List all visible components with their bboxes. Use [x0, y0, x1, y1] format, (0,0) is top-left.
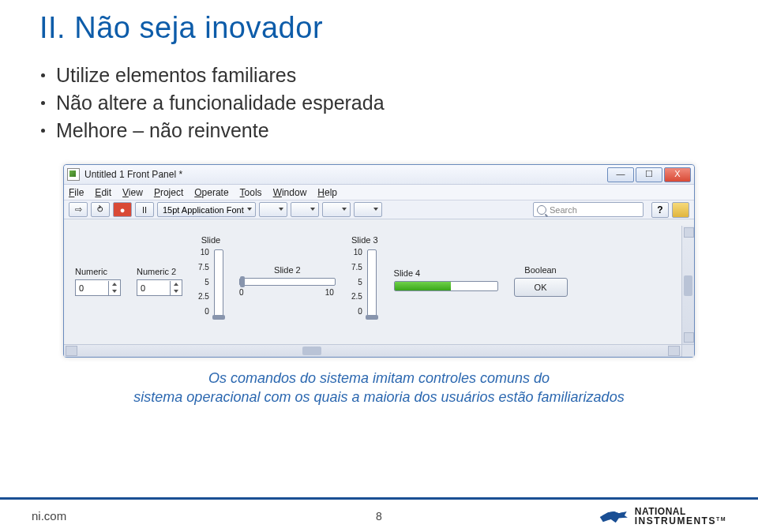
pause-button[interactable]: II [135, 202, 154, 217]
bullet-text: Melhore – não reinvente [56, 119, 269, 142]
abort-button[interactable]: ● [113, 202, 132, 217]
control-label: Slide [201, 235, 220, 245]
tick-label: 0 [198, 307, 209, 316]
align-dropdown[interactable] [259, 202, 287, 217]
slider-knob[interactable] [240, 276, 245, 287]
menubar: File Edit View Project Operate Tools Win… [64, 185, 694, 200]
bullet-text: Não altere a funcionalidade esperada [56, 92, 385, 114]
control-label: Numeric 2 [137, 267, 176, 276]
numeric-input[interactable]: 0 [75, 279, 121, 296]
menu-project[interactable]: Project [154, 187, 183, 198]
tick-label: 5 [351, 278, 362, 287]
vertical-slider[interactable]: 10 7.5 5 2.5 0 [198, 248, 223, 319]
app-icon [67, 168, 80, 181]
menu-window[interactable]: Window [273, 187, 307, 198]
vertical-scrollbar[interactable] [681, 226, 694, 344]
bullet-item: Melhore – não reinvente [41, 119, 719, 142]
bullet-list: Utilize elementos familiares Não altere … [41, 64, 719, 142]
tick-label: 0 [351, 307, 362, 316]
control-label: Slide 4 [394, 268, 421, 278]
caption-line2: sistema operacional com os quais a maior… [133, 389, 624, 405]
search-icon [537, 205, 546, 215]
numeric-value: 0 [137, 283, 170, 293]
control-label: Slide 2 [274, 265, 301, 275]
caption: Os comandos do sistema imitam controles … [39, 369, 719, 407]
menu-file[interactable]: File [69, 187, 84, 198]
scroll-thumb[interactable] [302, 347, 321, 355]
tick-label: 2.5 [198, 292, 209, 301]
bullet-item: Utilize elementos familiares [41, 64, 719, 87]
bullet-item: Não altere a funcionalidade esperada [41, 92, 719, 114]
tick-label: 7.5 [351, 263, 362, 272]
numeric-value: 0 [76, 283, 108, 293]
bullet-dot-icon [41, 73, 45, 77]
control-label: Boolean [524, 265, 556, 275]
reorder-dropdown[interactable] [354, 202, 382, 217]
boolean-control: Boolean OK [514, 265, 568, 297]
resize-dropdown[interactable] [322, 202, 351, 217]
menu-edit[interactable]: Edit [95, 187, 111, 198]
eagle-icon [597, 505, 629, 527]
tick-label: 5 [198, 278, 209, 287]
toolbar: ⇨ ⥁ ● II 15pt Application Font Search ? [64, 200, 694, 219]
labview-window: Untitled 1 Front Panel * — ☐ X File Edit… [63, 164, 695, 358]
menu-tools[interactable]: Tools [240, 187, 262, 198]
help-button[interactable]: ? [651, 202, 669, 218]
control-label: Numeric [75, 267, 107, 276]
window-title: Untitled 1 Front Panel * [84, 169, 607, 180]
scroll-thumb[interactable] [684, 275, 692, 296]
menu-operate[interactable]: Operate [194, 187, 228, 198]
run-continuous-button[interactable]: ⥁ [91, 202, 110, 217]
scroll-left-button[interactable] [66, 346, 77, 356]
control-label: Slide 3 [351, 235, 378, 245]
numeric-spinner[interactable] [170, 281, 182, 295]
horizontal-slider[interactable] [239, 278, 336, 286]
logo-text-bottom: INSTRUMENTS [635, 515, 716, 526]
slide4-control: Slide 4 [394, 268, 498, 291]
icon-editor-button[interactable] [672, 202, 689, 218]
bullet-text: Utilize elementos familiares [56, 64, 296, 87]
slider-knob[interactable] [212, 315, 225, 320]
run-button[interactable]: ⇨ [69, 202, 88, 217]
menu-help[interactable]: Help [317, 187, 337, 198]
tm-mark: TM [716, 516, 726, 522]
numeric-control: Numeric 2 0 [137, 267, 182, 296]
slide-footer: ni.com 8 NATIONAL INSTRUMENTSTM [0, 497, 758, 532]
progress-fill [395, 282, 452, 290]
bullet-dot-icon [41, 129, 45, 133]
ni-logo: NATIONAL INSTRUMENTSTM [597, 505, 726, 527]
bullet-dot-icon [41, 101, 45, 105]
close-button[interactable]: X [664, 167, 691, 182]
numeric-control: Numeric 0 [75, 267, 121, 296]
page-title: II. Não seja inovador [39, 11, 719, 45]
slider-knob[interactable] [366, 315, 378, 320]
titlebar[interactable]: Untitled 1 Front Panel * — ☐ X [64, 165, 694, 185]
horizontal-scrollbar[interactable] [64, 344, 694, 357]
scroll-down-button[interactable] [684, 332, 694, 343]
footer-nicom: ni.com [32, 509, 66, 523]
search-placeholder: Search [550, 205, 577, 215]
numeric-spinner[interactable] [108, 281, 120, 295]
progress-slider[interactable] [394, 281, 498, 291]
minimize-button[interactable]: — [607, 167, 634, 182]
caption-line1: Os comandos do sistema imitam controles … [208, 370, 550, 386]
tick-label: 10 [198, 248, 209, 257]
scroll-up-button[interactable] [684, 227, 694, 238]
tick-label: 7.5 [198, 263, 209, 272]
vertical-slider[interactable]: 10 7.5 5 2.5 0 [351, 248, 377, 319]
front-panel[interactable]: Numeric 0 Numeric 2 0 [64, 219, 694, 344]
distribute-dropdown[interactable] [291, 202, 319, 217]
numeric-input[interactable]: 0 [137, 279, 182, 296]
font-dropdown[interactable]: 15pt Application Font [157, 202, 256, 217]
tick-label: 0 [239, 288, 244, 297]
maximize-button[interactable]: ☐ [636, 167, 662, 182]
search-input[interactable]: Search [533, 202, 644, 217]
tick-label: 2.5 [351, 292, 362, 301]
menu-view[interactable]: View [122, 187, 143, 198]
slide-control: Slide 10 7.5 5 2.5 0 [198, 235, 223, 319]
scroll-right-button[interactable] [668, 346, 680, 356]
tick-label: 10 [325, 288, 334, 297]
slide2-control: Slide 2 0 10 [239, 265, 336, 297]
ok-button[interactable]: OK [514, 278, 568, 297]
slide3-control: Slide 3 10 7.5 5 2.5 0 [351, 235, 378, 319]
